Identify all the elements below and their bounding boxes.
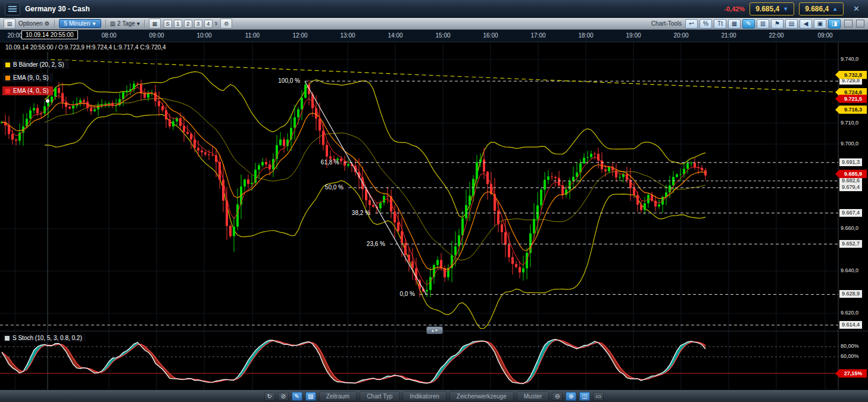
chevron-down-icon: ▾ — [137, 20, 140, 27]
minimize-icon[interactable] — [844, 20, 853, 27]
text-tool-icon[interactable]: Tt — [714, 19, 726, 29]
layout-grid-icon[interactable]: ▤ — [4, 18, 15, 29]
price-tick-label: 9.660,0 — [841, 225, 858, 231]
range-dropdown[interactable]: ▥ 2 Tage ▾ — [110, 20, 140, 27]
footer-left-icons: ↻⊘✎▨ — [264, 392, 316, 401]
legend-item[interactable]: EMA (9, 0, S) — [2, 73, 53, 82]
zoom-in-icon[interactable]: ⊕ — [566, 392, 576, 401]
interval-dropdown[interactable]: 5 Minuten ▾ — [59, 19, 101, 28]
footer-button-chart-typ[interactable]: Chart Typ — [360, 391, 399, 401]
price-badge: 9.691,3 — [839, 158, 862, 166]
period-button-4[interactable]: 4 — [204, 20, 213, 28]
period-button-3[interactable]: 3 — [194, 20, 202, 28]
buy-arrow-icon: ▲ — [832, 6, 838, 12]
price-badge: 9.628,9 — [839, 290, 862, 298]
undo-icon[interactable]: ↩ — [685, 19, 698, 29]
buy-price-button[interactable]: 9.686,4 ▲ — [799, 2, 844, 15]
legend-item[interactable]: B Bänder (20, 2, S) — [2, 60, 69, 69]
options-menu[interactable]: Optionen ⚙ — [18, 20, 50, 27]
print-icon[interactable]: ▣ — [814, 19, 826, 29]
time-label: 19:00 — [626, 32, 641, 39]
legend-color-swatch — [5, 76, 10, 80]
period-button-s[interactable]: S — [164, 20, 172, 28]
price-tick-label: 9.740,0 — [841, 56, 858, 62]
calendar-icon[interactable]: ▦ — [149, 18, 161, 29]
pane-splitter-handle[interactable]: ▲▼ — [426, 326, 443, 334]
toolbar-divider — [144, 20, 145, 28]
chart-settings-gear-icon[interactable]: ⚙ — [220, 18, 232, 29]
stoch-tick-label: 60,00% — [841, 353, 859, 359]
draw-tool-icon[interactable]: ✎ — [742, 19, 755, 29]
footer-button-indikatoren[interactable]: Indikatoren — [402, 391, 446, 401]
draw-pencil-icon[interactable]: ✎ — [292, 392, 302, 401]
chart-toolbar: ▤ Optionen ⚙ 5 Minuten ▾ ▥ 2 Tage ▾ ▦ S1… — [0, 18, 868, 30]
price-badge: 9.652,7 — [839, 240, 862, 248]
time-label: 11:00 — [245, 32, 260, 39]
split-view-icon[interactable]: ◨ — [828, 19, 841, 29]
chart-area: 100,0 %61,8 %50,0 %38,2 %23,6 %0,0 % 10.… — [0, 42, 868, 390]
bar-chart-icon[interactable]: ▥ — [757, 19, 769, 29]
stoch-legend[interactable]: S Stoch (10, 5, 3, 0.8, 0.2) — [2, 334, 86, 342]
fit-vertical-icon[interactable]: ◫ — [579, 392, 590, 401]
price-badge: 9.614,4 — [839, 321, 862, 329]
range-icon: ▥ — [110, 20, 115, 27]
bottom-toolbar: ↻⊘✎▨ ZeitraumChart TypIndikatorenZeichen… — [0, 389, 868, 402]
close-icon[interactable]: ✕ — [850, 4, 863, 14]
maximize-icon[interactable] — [856, 20, 864, 27]
fit-horizontal-icon[interactable]: ▭ — [593, 392, 604, 401]
legend-label: B Bänder (20, 2, S) — [13, 61, 64, 68]
time-label: 08:00 — [101, 32, 116, 39]
ohlc-readout: 10.09.14 20:55:00 / O:9.723,9 H:9.724,4 … — [0, 43, 171, 52]
options-label: Optionen — [18, 20, 43, 27]
price-badge: 9.679,4 — [839, 183, 862, 191]
sell-price-button[interactable]: 9.685,4 ▼ — [750, 2, 794, 15]
menu-icon[interactable] — [5, 2, 20, 15]
period-button-2[interactable]: 2 — [184, 20, 192, 28]
chevron-down-icon: ▾ — [92, 20, 95, 27]
footer-button-zeitraum[interactable]: Zeitraum — [319, 391, 357, 401]
fib-label: 61,8 % — [321, 159, 339, 166]
chart-tool-buttons: ↩%Tt▦✎▥⚑▤◀▣◨ — [685, 19, 841, 29]
trading-chart-window: Germany 30 - Cash -0,42% 9.685,4 ▼ 9.686… — [0, 0, 868, 402]
stoch-tick-label: 80,00% — [841, 343, 859, 349]
candlestick-type-icon[interactable]: ▤ — [785, 19, 798, 29]
fill-bucket-icon[interactable]: ▨ — [305, 392, 316, 401]
legend-label: EMA (9, 0, S) — [13, 74, 48, 81]
change-percent: -0,42% — [724, 5, 745, 13]
grid-icon[interactable]: ▦ — [728, 19, 741, 29]
footer-button-zeichenwerkzeuge[interactable]: Zeichenwerkzeuge — [449, 391, 514, 401]
zoom-out-icon[interactable]: ⊖ — [552, 392, 563, 401]
time-label: 21:00 — [721, 32, 736, 39]
time-label: 10:00 — [196, 32, 211, 39]
percent-scale-icon[interactable]: % — [700, 19, 712, 29]
fib-label: 100,0 % — [278, 77, 300, 84]
period-button-1[interactable]: 1 — [174, 20, 182, 28]
flag-icon[interactable]: ⚑ — [771, 19, 783, 29]
price-badge: 9.667,4 — [839, 209, 862, 217]
price-badge: 9.716,3 — [835, 105, 867, 114]
footer-button-muster[interactable]: Muster — [517, 391, 549, 401]
price-tick-label: 9.700,0 — [841, 141, 858, 147]
stoch-value-badge: 27,15% — [835, 369, 867, 378]
sell-price: 9.685,4 — [755, 5, 779, 13]
time-label: 12:00 — [292, 32, 307, 39]
chart-tools-label: Chart-Tools — [651, 20, 682, 27]
price-chart-canvas[interactable]: 100,0 %61,8 %50,0 %38,2 %23,6 %0,0 % — [0, 42, 868, 390]
clear-icon[interactable]: ⊘ — [278, 392, 289, 401]
time-label: 22:00 — [769, 32, 783, 39]
time-label: 14:00 — [388, 32, 402, 39]
legend-item[interactable]: EMA (4, 0, S) — [2, 86, 53, 95]
range-label: 2 Tage — [117, 20, 135, 27]
fib-label: 0,0 % — [399, 291, 415, 297]
price-tick-label: 9.710,0 — [841, 120, 858, 126]
chart-tools-group: Chart-Tools ↩%Tt▦✎▥⚑▤◀▣◨ — [651, 19, 864, 29]
title-bar: Germany 30 - Cash -0,42% 9.685,4 ▼ 9.686… — [0, 0, 868, 18]
price-badge: 9.721,5 — [835, 95, 867, 103]
period-button-5[interactable]: 5 — [215, 21, 217, 26]
toolbar-divider — [54, 20, 55, 28]
price-tick-label: 9.640,0 — [841, 267, 858, 273]
pointer-left-icon[interactable]: ◀ — [800, 19, 812, 29]
gear-icon: ⚙ — [45, 20, 50, 27]
time-axis[interactable]: 10.09.14 20:55:00 20:0008:0009:0010:0011… — [0, 30, 868, 42]
refresh-icon[interactable]: ↻ — [264, 392, 275, 401]
